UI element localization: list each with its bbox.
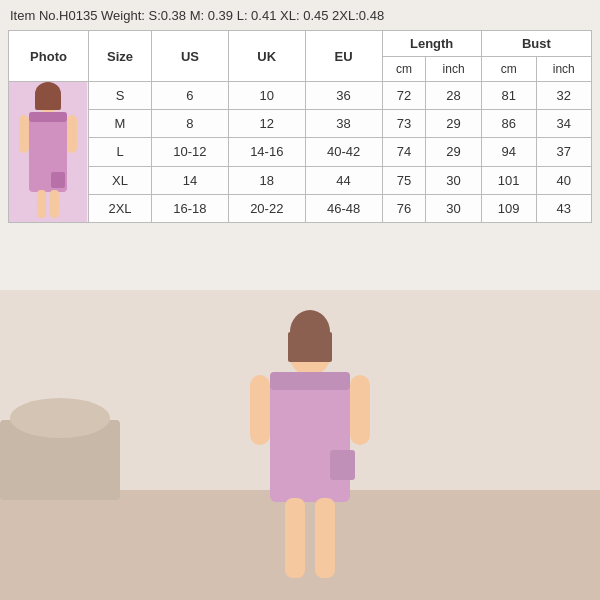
svg-rect-19 [29,112,67,122]
col-header-eu: EU [305,31,382,82]
col-header-size: Size [89,31,152,82]
us-cell: 10-12 [152,138,229,166]
page-container: Item No.H0135 Weight: S:0.38 M: 0.39 L: … [0,0,600,600]
bust-cm-cell: 109 [481,194,536,222]
uk-cell: 10 [228,82,305,110]
bust-inch-cell: 34 [536,110,591,138]
size-cell: S [89,82,152,110]
bust-inch-cell: 32 [536,82,591,110]
svg-rect-11 [285,498,305,578]
table-row: XL141844753010140 [9,166,592,194]
length-cm-cell: 76 [382,194,426,222]
background-scene [0,290,600,600]
bust-cm-cell: 101 [481,166,536,194]
size-cell: XL [89,166,152,194]
svg-point-3 [10,398,110,438]
svg-rect-13 [270,372,350,390]
svg-rect-22 [50,190,59,218]
size-chart-table: Photo Size US UK EU Length Bust cm inch … [8,30,592,223]
item-info-text: Item No.H0135 Weight: S:0.38 M: 0.39 L: … [10,8,384,23]
svg-rect-10 [350,375,370,445]
length-inch-cell: 28 [426,82,481,110]
us-cell: 6 [152,82,229,110]
svg-rect-21 [37,190,46,218]
col-header-bust: Bust [481,31,591,57]
col-header-length-inch: inch [426,57,481,82]
table-row: 2XL16-1820-2246-48763010943 [9,194,592,222]
us-cell: 8 [152,110,229,138]
table-body: S6103672288132M8123873298634L10-1214-164… [9,82,592,223]
col-header-photo: Photo [9,31,89,82]
us-cell: 16-18 [152,194,229,222]
bust-cm-cell: 86 [481,110,536,138]
col-header-length-cm: cm [382,57,426,82]
us-cell: 14 [152,166,229,194]
svg-rect-9 [250,375,270,445]
length-inch-cell: 30 [426,194,481,222]
svg-rect-17 [35,94,61,110]
size-cell: L [89,138,152,166]
uk-cell: 12 [228,110,305,138]
table-header-row-1: Photo Size US UK EU Length Bust [9,31,592,57]
bust-inch-cell: 43 [536,194,591,222]
col-header-bust-cm: cm [481,57,536,82]
size-cell: M [89,110,152,138]
col-header-length: Length [382,31,481,57]
svg-rect-24 [67,115,77,153]
bust-cm-cell: 81 [481,82,536,110]
length-cm-cell: 72 [382,82,426,110]
table-row: M8123873298634 [9,110,592,138]
col-header-uk: UK [228,31,305,82]
uk-cell: 18 [228,166,305,194]
bust-cm-cell: 94 [481,138,536,166]
size-chart-table-container: Photo Size US UK EU Length Bust cm inch … [8,30,592,223]
eu-cell: 40-42 [305,138,382,166]
svg-rect-6 [288,332,332,362]
size-cell: 2XL [89,194,152,222]
svg-rect-20 [51,172,65,188]
svg-rect-7 [270,372,350,502]
col-header-bust-inch: inch [536,57,591,82]
length-inch-cell: 29 [426,110,481,138]
length-inch-cell: 29 [426,138,481,166]
uk-cell: 20-22 [228,194,305,222]
length-cm-cell: 73 [382,110,426,138]
svg-rect-12 [315,498,335,578]
eu-cell: 38 [305,110,382,138]
item-info: Item No.H0135 Weight: S:0.38 M: 0.39 L: … [10,8,590,23]
bust-inch-cell: 40 [536,166,591,194]
eu-cell: 36 [305,82,382,110]
length-cm-cell: 75 [382,166,426,194]
length-inch-cell: 30 [426,166,481,194]
table-row: L10-1214-1640-4274299437 [9,138,592,166]
product-photo [9,82,87,222]
bust-inch-cell: 37 [536,138,591,166]
table-row: S6103672288132 [9,82,592,110]
length-cm-cell: 74 [382,138,426,166]
svg-rect-23 [19,115,29,153]
eu-cell: 46-48 [305,194,382,222]
photo-cell [9,82,89,223]
uk-cell: 14-16 [228,138,305,166]
eu-cell: 44 [305,166,382,194]
svg-rect-8 [330,450,355,480]
col-header-us: US [152,31,229,82]
